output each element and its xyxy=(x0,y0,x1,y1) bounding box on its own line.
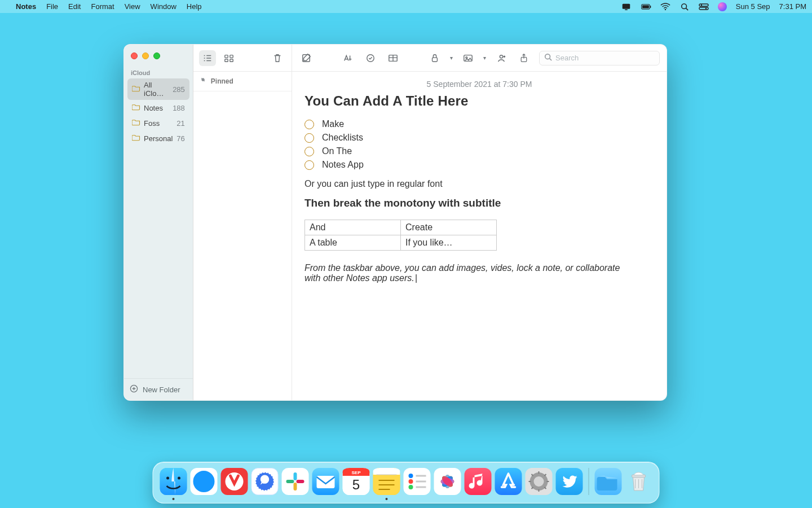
screen-mirror-icon[interactable] xyxy=(622,3,632,11)
note-title[interactable]: You Can Add A Title Here xyxy=(304,93,654,109)
svg-rect-18 xyxy=(433,58,438,62)
spotlight-icon[interactable] xyxy=(679,3,690,11)
dock-finder[interactable] xyxy=(160,468,187,495)
svg-rect-14 xyxy=(230,59,233,62)
checklist-item[interactable]: Checklists xyxy=(322,133,363,143)
checklist-item[interactable]: On The xyxy=(322,146,352,156)
dock-vivaldi[interactable] xyxy=(221,468,248,495)
format-button[interactable] xyxy=(341,51,355,65)
checkbox[interactable] xyxy=(304,160,314,170)
dock-notes[interactable] xyxy=(373,468,400,495)
search-field[interactable] xyxy=(539,51,660,65)
menu-edit[interactable]: Edit xyxy=(68,2,81,11)
notes-list-column: Pinned xyxy=(193,45,292,400)
dock-separator xyxy=(589,468,589,495)
menu-help[interactable]: Help xyxy=(187,2,202,11)
pinned-label: Pinned xyxy=(211,77,233,85)
menubar-date[interactable]: Sun 5 Sep xyxy=(736,2,770,11)
wifi-icon[interactable] xyxy=(660,3,670,11)
minimize-button[interactable] xyxy=(142,52,149,59)
collaborate-button[interactable] xyxy=(494,51,509,65)
checklist-item[interactable]: Notes App xyxy=(322,160,364,170)
table-cell[interactable]: And xyxy=(305,220,401,235)
svg-point-27 xyxy=(178,477,180,480)
note-paragraph[interactable]: Or you can just type in regular font xyxy=(304,179,654,189)
note-table[interactable]: AndCreate A tableIf you like… xyxy=(304,220,497,251)
svg-rect-3 xyxy=(650,5,651,7)
compose-button[interactable] xyxy=(299,51,314,65)
svg-rect-13 xyxy=(225,59,228,62)
dock-safari[interactable] xyxy=(191,468,218,495)
folder-foss[interactable]: Foss 21 xyxy=(127,116,189,130)
notes-window: iCloud All iClo… 285 Notes 188 Foss 21 P… xyxy=(123,44,667,401)
list-toolbar xyxy=(193,45,292,72)
dock-calendar[interactable]: SEP5 xyxy=(343,468,370,495)
control-center-icon[interactable] xyxy=(699,3,709,11)
menubar-time[interactable]: 7:31 PM xyxy=(779,2,806,11)
pinned-section[interactable]: Pinned xyxy=(193,72,292,91)
dock-trash[interactable] xyxy=(625,468,652,495)
search-icon xyxy=(544,53,552,63)
note-italic-paragraph[interactable]: From the taskbar above, you can add imag… xyxy=(304,263,632,283)
app-menu[interactable]: Notes xyxy=(16,2,36,11)
new-folder-label: New Folder xyxy=(143,386,180,394)
table-cell[interactable]: If you like… xyxy=(401,235,497,251)
dock-appstore[interactable] xyxy=(495,468,522,495)
table-cell[interactable]: Create xyxy=(401,220,497,235)
menu-file[interactable]: File xyxy=(46,2,58,11)
svg-rect-37 xyxy=(294,472,297,480)
new-folder-button[interactable]: New Folder xyxy=(124,378,193,400)
folder-name: Notes xyxy=(144,104,163,112)
note-editor[interactable]: 5 September 2021 at 7:30 PM You Can Add … xyxy=(292,72,667,295)
menu-format[interactable]: Format xyxy=(91,2,114,11)
checkbox[interactable] xyxy=(304,147,314,156)
delete-note-button[interactable] xyxy=(269,50,286,66)
table-cell[interactable]: A table xyxy=(305,235,401,251)
folder-count: 21 xyxy=(176,119,184,128)
svg-point-52 xyxy=(409,485,413,489)
folder-personal[interactable]: Personal 76 xyxy=(127,131,189,146)
folder-icon xyxy=(132,118,140,128)
checkbox[interactable] xyxy=(304,120,314,129)
share-button[interactable] xyxy=(517,51,531,65)
siri-icon[interactable] xyxy=(718,2,727,11)
dock-downloads-folder[interactable] xyxy=(595,468,622,495)
checklist-item[interactable]: Make xyxy=(322,119,344,129)
dock-slack[interactable] xyxy=(282,468,309,495)
list-view-button[interactable] xyxy=(199,50,216,66)
table-button[interactable] xyxy=(386,51,400,65)
note-subtitle[interactable]: Then break the monotony with subtitle xyxy=(304,197,654,209)
note-date: 5 September 2021 at 7:30 PM xyxy=(304,80,654,89)
svg-rect-11 xyxy=(225,55,228,58)
dock-twitter[interactable] xyxy=(556,468,583,495)
search-input[interactable] xyxy=(555,54,655,62)
dock-mail[interactable] xyxy=(312,468,339,495)
svg-point-26 xyxy=(166,477,169,480)
checkbox[interactable] xyxy=(304,133,314,143)
svg-rect-0 xyxy=(623,3,630,8)
menubar-right: Sun 5 Sep 7:31 PM xyxy=(622,2,806,11)
folder-count: 285 xyxy=(173,85,185,94)
dock-photos[interactable] xyxy=(434,468,461,495)
menu-window[interactable]: Window xyxy=(151,2,176,11)
note-content-pane: ▾ ▾ 5 September 2021 at 7:30 PM You Can … xyxy=(292,45,667,400)
checklist-button[interactable] xyxy=(363,51,378,65)
svg-rect-41 xyxy=(317,476,335,488)
dock-music[interactable] xyxy=(465,468,492,495)
svg-point-9 xyxy=(705,7,707,8)
fullscreen-button[interactable] xyxy=(153,52,160,59)
lock-button[interactable] xyxy=(427,51,442,65)
folder-name: Personal xyxy=(144,134,173,143)
dock-reminders[interactable] xyxy=(404,468,431,495)
checklist[interactable]: Make Checklists On The Notes App xyxy=(304,119,654,170)
dock-signal[interactable] xyxy=(251,468,279,495)
grid-view-button[interactable] xyxy=(220,50,237,66)
dock-settings[interactable] xyxy=(526,468,553,495)
media-button[interactable] xyxy=(461,51,475,65)
menu-view[interactable]: View xyxy=(125,2,140,11)
svg-point-51 xyxy=(409,479,413,484)
folder-notes[interactable]: Notes 188 xyxy=(127,100,189,115)
close-button[interactable] xyxy=(131,52,138,59)
folder-all-icloud[interactable]: All iClo… 285 xyxy=(127,78,189,100)
battery-icon[interactable] xyxy=(641,3,651,11)
